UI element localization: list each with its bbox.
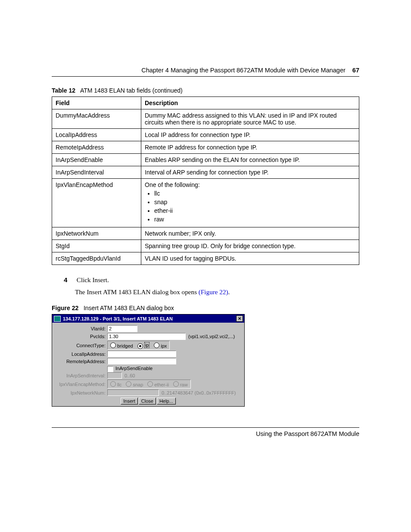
step-body-pre: The Insert ATM 1483 ELAN dialog box open… bbox=[75, 288, 199, 296]
ipxencap-group: llc snap ether-ii raw bbox=[107, 380, 191, 389]
inarpsendinterval-input bbox=[107, 372, 122, 379]
ipxencap-raw-label: raw bbox=[180, 382, 188, 387]
figure22-caption-text: Insert ATM 1483 ELAN dialog box bbox=[84, 305, 174, 311]
cell-desc: One of the following: llc snap ether-ii … bbox=[141, 179, 359, 227]
step-body-post: . bbox=[228, 288, 230, 296]
ipxencap-snap-label: snap bbox=[133, 382, 143, 387]
page-number: 67 bbox=[352, 67, 359, 74]
connecttype-bridged-label: bridged bbox=[117, 343, 133, 348]
cell-desc: Spanning tree group ID. Only for bridge … bbox=[141, 240, 359, 252]
inarpsendinterval-label: InArpSendInterval: bbox=[54, 373, 107, 378]
cell-desc: Remote IP address for connection type IP… bbox=[141, 141, 359, 154]
pvcids-label: PvcIds: bbox=[54, 334, 107, 339]
pvcids-input[interactable]: 1.30 bbox=[107, 333, 186, 340]
ipxencap-etherii-label: ether-ii bbox=[154, 382, 169, 387]
ipxencap-llc-radio bbox=[110, 381, 116, 387]
cell-field: IpxVlanEncapMethod bbox=[52, 179, 141, 227]
cell-desc: Interval of ARP sending for connection t… bbox=[141, 166, 359, 179]
cell-field: LocalIpAddress bbox=[52, 129, 141, 141]
ipxnetnum-label: IpxNetworkNum: bbox=[54, 390, 107, 395]
step-number: 4 bbox=[64, 276, 75, 283]
close-button[interactable]: Close bbox=[139, 398, 156, 404]
help-button[interactable]: Help... bbox=[157, 398, 176, 404]
table12-caption-text: ATM 1483 ELAN tab fields (continued) bbox=[80, 87, 183, 94]
dialog-titlebar: 134.177.128.129 - Port 3/1, Insert ATM 1… bbox=[52, 314, 244, 323]
cell-desc: VLAN ID used for tagging BPDUs. bbox=[141, 252, 359, 265]
cell-desc: Enables ARP sending on the ELAN for conn… bbox=[141, 154, 359, 166]
table-row: LocalIpAddress Local IP address for conn… bbox=[52, 129, 359, 141]
step-4-body: The Insert ATM 1483 ELAN dialog box open… bbox=[75, 288, 359, 296]
step-text: Click Insert. bbox=[77, 276, 109, 283]
remoteip-label: RemoteIpAddress: bbox=[54, 359, 107, 364]
chapter-title: Chapter 4 Managing the Passport 8672ATM … bbox=[141, 67, 346, 74]
list-item: raw bbox=[154, 216, 355, 223]
cell-field: RemoteIpAddress bbox=[52, 141, 141, 154]
table12-header-field: Field bbox=[52, 97, 141, 109]
ipxencap-label: IpxVlanEncapMethod: bbox=[54, 382, 107, 387]
table-row: RemoteIpAddress Remote IP address for co… bbox=[52, 141, 359, 154]
table-row: StgId Spanning tree group ID. Only for b… bbox=[52, 240, 359, 252]
dialog-title: 134.177.128.129 - Port 3/1, Insert ATM 1… bbox=[63, 316, 173, 321]
connecttype-label: ConnectType: bbox=[54, 343, 107, 348]
ipxencap-snap-radio bbox=[126, 381, 131, 387]
page-header: Chapter 4 Managing the Passport 8672ATM … bbox=[52, 67, 359, 74]
table12-header-desc: Description bbox=[141, 97, 359, 109]
figure-22-link[interactable]: (Figure 22) bbox=[199, 288, 228, 296]
table12-caption: Table 12 ATM 1483 ELAN tab fields (conti… bbox=[52, 87, 359, 94]
cell-field: DummyMacAddress bbox=[52, 109, 141, 129]
cell-field: InArpSendInterval bbox=[52, 166, 141, 179]
vlanid-label: VlanId: bbox=[54, 326, 107, 331]
header-rule bbox=[52, 76, 359, 77]
remoteip-input[interactable] bbox=[107, 358, 176, 364]
table-row: InArpSendEnable Enables ARP sending on t… bbox=[52, 154, 359, 166]
table-row: IpxVlanEncapMethod One of the following:… bbox=[52, 179, 359, 227]
cell-field: InArpSendEnable bbox=[52, 154, 141, 166]
ipxnetnum-input bbox=[107, 389, 159, 396]
app-icon bbox=[54, 316, 61, 322]
table-row: IpxNetworkNum Network number; IPX only. bbox=[52, 227, 359, 240]
cell-desc: Dummy MAC address assigned to this VLAN:… bbox=[141, 109, 359, 129]
localip-input[interactable] bbox=[107, 351, 176, 357]
table-row: DummyMacAddress Dummy MAC address assign… bbox=[52, 109, 359, 129]
list-item: ether-ii bbox=[154, 207, 355, 214]
connecttype-ipx-label: ipx bbox=[161, 343, 167, 348]
table-row: InArpSendInterval Interval of ARP sendin… bbox=[52, 166, 359, 179]
table12: Field Description DummyMacAddress Dummy … bbox=[52, 96, 359, 265]
connecttype-bridged-radio[interactable] bbox=[110, 342, 116, 348]
window-close-button[interactable]: ✕ bbox=[236, 315, 243, 322]
page-footer: Using the Passport 8672ATM Module bbox=[52, 430, 359, 437]
ipxencap-raw-radio bbox=[173, 381, 179, 387]
list-item: snap bbox=[154, 199, 355, 205]
insert-atm-1483-elan-dialog: 134.177.128.129 - Port 3/1, Insert ATM 1… bbox=[52, 314, 245, 407]
cell-field: rcStgTaggedBpduVlanId bbox=[52, 252, 141, 265]
insert-button[interactable]: Insert bbox=[121, 398, 138, 404]
inarpsendenable-label: InArpSendEnable bbox=[115, 366, 153, 371]
inarpsendenable-checkbox[interactable] bbox=[107, 366, 113, 372]
inarpsendinterval-hint: 0..60 bbox=[125, 373, 135, 378]
pvcids-hint: (vpi1.vci1,vpi2.vci2,...) bbox=[188, 334, 235, 339]
cell-desc: Network number; IPX only. bbox=[141, 227, 359, 240]
table12-label: Table 12 bbox=[52, 87, 75, 94]
table-row: rcStgTaggedBpduVlanId VLAN ID used for t… bbox=[52, 252, 359, 265]
connecttype-ip-radio[interactable] bbox=[137, 343, 143, 349]
footer-rule bbox=[52, 427, 359, 428]
step-4: 4 Click Insert. bbox=[64, 276, 359, 284]
dialog-button-row: InsertCloseHelp... bbox=[54, 398, 243, 404]
vlanid-input[interactable]: 2 bbox=[107, 325, 137, 332]
cell-field: IpxNetworkNum bbox=[52, 227, 141, 240]
list-item: llc bbox=[154, 190, 355, 197]
ipxencap-llc-label: llc bbox=[117, 382, 121, 387]
figure22-caption: Figure 22 Insert ATM 1483 ELAN dialog bo… bbox=[52, 305, 359, 311]
ipxencap-etherii-radio bbox=[147, 381, 153, 387]
cell-desc-intro: One of the following: bbox=[145, 181, 200, 188]
connecttype-ip-label: ip bbox=[144, 342, 150, 348]
connecttype-ipx-radio[interactable] bbox=[154, 342, 159, 348]
connecttype-group: bridged ip ipx bbox=[107, 341, 170, 350]
ipxnetnum-hint: 0..2147483647 (0x0..0x7FFFFFFF) bbox=[162, 390, 236, 395]
figure22-label: Figure 22 bbox=[52, 305, 78, 311]
cell-field: StgId bbox=[52, 240, 141, 252]
localip-label: LocalIpAddress: bbox=[54, 352, 107, 357]
cell-desc: Local IP address for connection type IP. bbox=[141, 129, 359, 141]
